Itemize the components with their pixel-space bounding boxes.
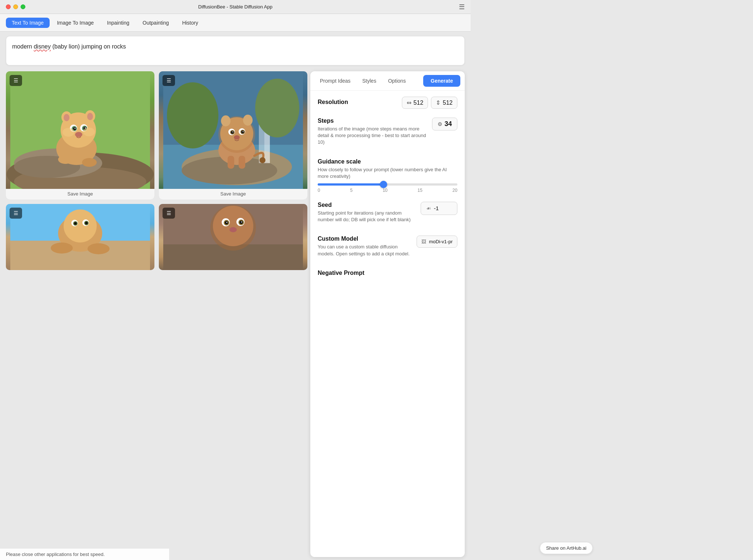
model-row: Custom Model You can use a custom stable… xyxy=(318,236,457,261)
slider-label-10: 10 xyxy=(383,188,388,193)
svg-point-37 xyxy=(221,115,231,126)
steps-label: Steps xyxy=(318,118,428,124)
seed-row: Seed Starting point for iterations (any … xyxy=(318,202,457,227)
prompt-text: modern disney (baby lion) jumping on roc… xyxy=(12,42,458,51)
resolution-height-control[interactable]: ⇕ 512 xyxy=(431,97,457,109)
resolution-width-value: 512 xyxy=(414,100,424,106)
tab-outpainting[interactable]: Outpainting xyxy=(137,18,175,28)
svg-point-9 xyxy=(64,114,69,121)
maximize-button[interactable] xyxy=(21,4,25,9)
tab-image-to-image[interactable]: Image To Image xyxy=(51,18,100,28)
svg-point-17 xyxy=(75,128,76,129)
svg-point-54 xyxy=(64,209,97,243)
tab-styles[interactable]: Styles xyxy=(357,76,381,86)
image-card-2: ☰ Save Image xyxy=(159,71,307,200)
slider-thumb[interactable] xyxy=(380,181,387,188)
navbar: Text To Image Image To Image Inpainting … xyxy=(0,14,471,32)
tab-options[interactable]: Options xyxy=(383,76,411,86)
resolution-section: Resolution ⇔ 512 ⇕ 512 xyxy=(318,97,457,109)
tab-prompt-ideas[interactable]: Prompt Ideas xyxy=(315,76,356,86)
status-bar: Please close other applications for best… xyxy=(0,549,169,560)
window-title: DiffusionBee - Stable Diffusion App xyxy=(198,4,272,10)
svg-point-18 xyxy=(85,128,86,129)
svg-point-10 xyxy=(87,113,93,120)
svg-point-59 xyxy=(74,222,77,225)
negative-prompt-label: Negative Prompt xyxy=(318,270,457,276)
svg-point-60 xyxy=(85,222,88,225)
minimize-button[interactable] xyxy=(13,4,18,9)
resolution-controls: ⇔ 512 ⇕ 512 xyxy=(402,97,457,109)
steps-value-control[interactable]: ⚙ 34 xyxy=(432,118,457,130)
svg-rect-34 xyxy=(239,156,245,169)
status-text: Please close other applications for best… xyxy=(6,552,105,557)
seed-icon: ☙ xyxy=(426,205,431,212)
custom-model-section: Custom Model You can use a custom stable… xyxy=(318,236,457,261)
main-content: modern disney (baby lion) jumping on roc… xyxy=(0,32,471,560)
steps-text: Steps Iterations of the image (more step… xyxy=(318,118,428,150)
guidance-scale-label: Guidance scale xyxy=(318,158,457,165)
custom-model-value: moDi-v1-pr xyxy=(429,239,453,244)
resolution-height-value: 512 xyxy=(443,100,453,106)
svg-point-43 xyxy=(231,131,234,134)
resolution-label: Resolution xyxy=(318,99,348,105)
menu-icon[interactable]: ☰ xyxy=(459,3,465,11)
content-area: ☰ Save Image xyxy=(0,68,471,560)
image-card-4: ☰ xyxy=(159,204,307,270)
svg-point-31 xyxy=(255,79,299,137)
image-2: ☰ xyxy=(159,71,307,189)
image-3: ☰ xyxy=(6,204,154,270)
svg-point-20 xyxy=(58,155,73,164)
image-menu-button-1[interactable]: ☰ xyxy=(10,75,22,86)
prompt-area[interactable]: modern disney (baby lion) jumping on roc… xyxy=(6,36,465,65)
seed-input[interactable]: ☙ -1 xyxy=(421,202,457,215)
width-icon: ⇔ xyxy=(407,99,411,106)
image-4: ☰ xyxy=(159,204,307,270)
image-menu-button-3[interactable]: ☰ xyxy=(10,208,22,219)
svg-point-46 xyxy=(243,131,243,132)
slider-label-0: 0 xyxy=(318,188,320,193)
tab-history[interactable]: History xyxy=(176,18,204,28)
image-card-3: ☰ xyxy=(6,204,154,270)
generate-button[interactable]: Generate xyxy=(423,75,460,87)
model-icon: 🖼 xyxy=(421,239,426,244)
resolution-width-control[interactable]: ⇔ 512 xyxy=(402,97,428,109)
svg-point-52 xyxy=(51,243,73,254)
svg-point-47 xyxy=(234,135,240,140)
svg-point-30 xyxy=(167,82,218,148)
close-button[interactable] xyxy=(6,4,11,9)
custom-model-desc: You can use a custom stable diffusion mo… xyxy=(318,244,412,257)
height-icon: ⇕ xyxy=(436,99,440,106)
traffic-lights xyxy=(6,4,25,9)
svg-point-44 xyxy=(242,131,244,133)
image-menu-button-2[interactable]: ☰ xyxy=(163,75,175,86)
image-1: ☰ xyxy=(6,71,154,189)
tab-inpainting[interactable]: Inpainting xyxy=(101,18,135,28)
seed-section: Seed Starting point for iterations (any … xyxy=(318,202,457,227)
steps-desc: Iterations of the image (more steps mean… xyxy=(318,126,428,146)
seed-desc: Starting point for iterations (any rando… xyxy=(318,210,416,223)
svg-point-38 xyxy=(243,115,253,126)
slider-track[interactable] xyxy=(318,183,457,186)
save-label-1[interactable]: Save Image xyxy=(6,189,154,200)
slider-label-20: 20 xyxy=(453,188,457,193)
svg-point-19 xyxy=(75,132,82,137)
steps-section: Steps Iterations of the image (more step… xyxy=(318,118,457,150)
titlebar: DiffusionBee - Stable Diffusion App ☰ xyxy=(0,0,471,14)
image-menu-button-4[interactable]: ☰ xyxy=(163,208,175,219)
seed-value: -1 xyxy=(434,205,439,211)
guidance-scale-section: Guidance scale How closely to follow you… xyxy=(318,158,457,193)
negative-prompt-section: Negative Prompt xyxy=(318,270,457,276)
steps-row: Steps Iterations of the image (more step… xyxy=(318,118,457,150)
side-panel: Prompt Ideas Styles Options Generate Res… xyxy=(310,71,465,557)
svg-rect-33 xyxy=(228,156,234,169)
steps-value: 34 xyxy=(445,120,452,128)
svg-point-22 xyxy=(63,128,74,137)
panel-tabs: Prompt Ideas Styles Options Generate xyxy=(310,71,465,91)
save-label-2[interactable]: Save Image xyxy=(159,189,307,200)
tab-text-to-image[interactable]: Text To Image xyxy=(6,18,50,28)
prompt-word-disney: disney xyxy=(34,43,51,50)
custom-model-input[interactable]: 🖼 moDi-v1-pr xyxy=(417,236,457,248)
image-card-1: ☰ Save Image xyxy=(6,71,154,200)
slider-label-15: 15 xyxy=(418,188,422,193)
slider-fill xyxy=(318,183,383,186)
